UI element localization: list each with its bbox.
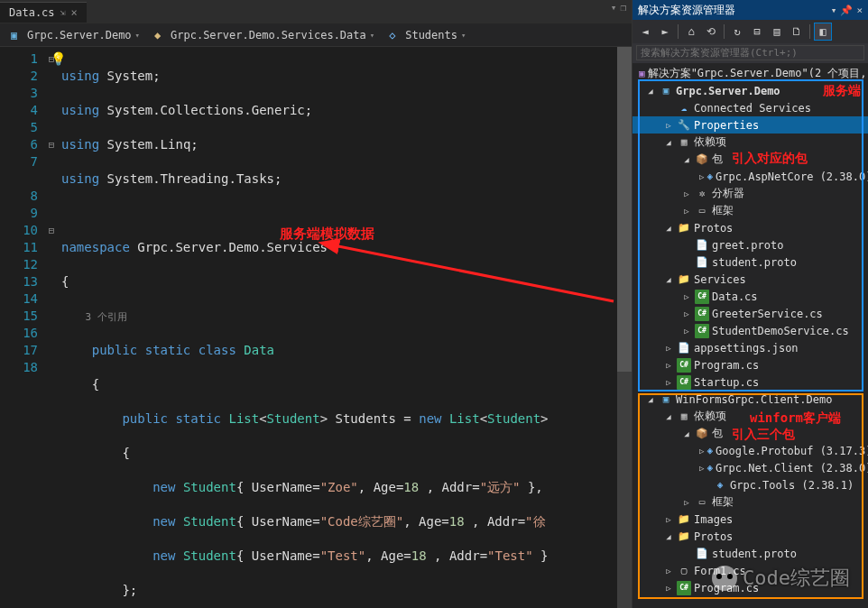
protos-folder-2[interactable]: ◢📁Protos: [633, 528, 868, 545]
annotation-client: winform客户端: [750, 410, 841, 427]
protos-folder[interactable]: ◢📁Protos: [633, 219, 868, 236]
annotation-pkg1: 引入对应的包: [732, 151, 808, 167]
show-all-button[interactable]: ▤: [768, 23, 786, 41]
solution-node[interactable]: ▣解决方案"Grpc.Server.Demo"(2 个项目, 共: [633, 65, 868, 82]
csproj-icon: ▣: [659, 392, 673, 407]
greet-proto-file[interactable]: 📄greet.proto: [633, 236, 868, 253]
cs-icon: C#: [695, 324, 709, 338]
proto-icon: 📄: [695, 547, 709, 561]
search-input[interactable]: [636, 45, 864, 60]
solution-explorer-panel: 解决方案资源管理器 ▾ 📌 × ◄ ► ⌂ ⟲ ↻ ⊟ ▤ 🗋 ◧ ▣解决方案"…: [632, 0, 868, 608]
wechat-icon: [712, 566, 737, 591]
nav-project[interactable]: ▣ Grpc.Server.Demo ▾: [5, 27, 145, 43]
class-icon: ◆: [154, 29, 167, 41]
student-proto-file[interactable]: 📄student.proto: [633, 253, 868, 271]
project-icon: ▣: [11, 29, 23, 41]
images-folder[interactable]: ▷📁Images: [633, 511, 868, 528]
tab-label: Data.cs: [9, 6, 55, 19]
nav-class[interactable]: ◆ Grpc.Server.Demo.Services.Data ▾: [149, 27, 380, 43]
nav-member[interactable]: ◇ Students ▾: [383, 27, 471, 43]
frameworks-node[interactable]: ▷▭框架: [633, 202, 868, 219]
sync-button[interactable]: ⟲: [702, 23, 720, 41]
properties-node[interactable]: ▷🔧Properties: [633, 116, 868, 134]
dropdown-icon[interactable]: ▾: [611, 2, 617, 14]
proto-icon: 📄: [695, 238, 709, 253]
dependencies-icon: ▦: [677, 410, 691, 424]
appsettings-file[interactable]: ▷📄appsettings.json: [633, 339, 868, 356]
analyzers-node[interactable]: ▷✲分析器: [633, 185, 868, 202]
nuget-icon: ◈: [706, 444, 713, 458]
folder-icon: 📁: [677, 530, 691, 544]
annotation-server: 服务端: [823, 83, 861, 99]
framework-icon: ▭: [695, 204, 709, 218]
file-tab-data-cs[interactable]: Data.cs ⇲ ×: [0, 2, 87, 23]
nuget-grpc-net-client[interactable]: ▷◈Grpc.Net.Client (2.38.0): [633, 459, 868, 476]
connected-services-node[interactable]: ☁Connected Services: [633, 99, 868, 116]
tab-bar: Data.cs ⇲ × ▾ ❐: [0, 0, 632, 23]
home-button[interactable]: ⌂: [682, 23, 700, 41]
nav-project-label: Grpc.Server.Demo: [27, 29, 132, 41]
navigation-bar: ▣ Grpc.Server.Demo ▾ ◆ Grpc.Server.Demo.…: [0, 23, 632, 47]
properties-button[interactable]: 🗋: [788, 23, 806, 41]
startup-cs-file[interactable]: ▷C#Startup.cs: [633, 373, 868, 391]
solution-search: [633, 43, 868, 63]
editor-area: Data.cs ⇲ × ▾ ❐ ▣ Grpc.Server.Demo ▾ ◆ G…: [0, 0, 632, 608]
folder-icon: 📁: [677, 221, 691, 235]
dropdown-icon[interactable]: ▾: [831, 5, 837, 16]
nav-class-label: Grpc.Server.Demo.Services.Data: [171, 29, 366, 41]
forward-button[interactable]: ►: [656, 23, 674, 41]
watermark: Code综艺圈: [712, 565, 850, 592]
student-proto-file-2[interactable]: 📄student.proto: [633, 545, 868, 562]
cs-icon: C#: [677, 581, 691, 595]
data-cs-file[interactable]: ▷C#Data.cs: [633, 288, 868, 305]
solution-explorer-title: 解决方案资源管理器 ▾ 📌 ×: [633, 0, 868, 20]
back-button[interactable]: ◄: [636, 23, 654, 41]
nuget-protobuf[interactable]: ▷◈Google.Protobuf (3.17.3): [633, 442, 868, 459]
preview-button[interactable]: ◧: [814, 23, 832, 41]
wrench-icon: 🔧: [677, 118, 691, 133]
cs-icon: C#: [695, 290, 709, 304]
tab-bar-right: ▾ ❐: [611, 2, 626, 14]
package-icon: 📦: [695, 427, 709, 441]
dependencies-node[interactable]: ◢▦依赖项: [633, 134, 868, 151]
solution-tree[interactable]: ▣解决方案"Grpc.Server.Demo"(2 个项目, 共 ◢▣Grpc.…: [633, 63, 868, 608]
close-icon[interactable]: ×: [856, 5, 863, 16]
scrollbar-thumb[interactable]: [617, 47, 632, 372]
folder-icon: 📁: [677, 272, 691, 287]
solution-icon: ▣: [639, 67, 645, 81]
code-editor[interactable]: using System; using System.Collections.G…: [58, 47, 617, 608]
project-node-client[interactable]: ◢▣WinFormsGrpc.Client.Demo: [633, 391, 868, 408]
close-icon[interactable]: ×: [71, 6, 78, 19]
pin-icon[interactable]: 📌: [840, 5, 853, 16]
code-container: 💡 123456789101112131415161718 ⊟⊟⊟ using …: [0, 47, 632, 608]
cs-icon: C#: [695, 307, 709, 321]
panel-title-label: 解决方案资源管理器: [638, 3, 735, 18]
program-cs-file[interactable]: ▷C#Program.cs: [633, 356, 868, 373]
nav-member-label: Students: [405, 29, 457, 41]
dependencies-icon: ▦: [677, 135, 691, 150]
chevron-down-icon: ▾: [135, 31, 140, 40]
field-icon: ◇: [389, 29, 402, 41]
pin-icon[interactable]: ⇲: [60, 7, 66, 17]
chevron-down-icon: ▾: [370, 31, 374, 40]
frameworks-node-2[interactable]: ▷▭框架: [633, 493, 868, 511]
watermark-text: Code综艺圈: [743, 565, 850, 592]
services-folder[interactable]: ◢📁Services: [633, 271, 868, 288]
fold-column: ⊟⊟⊟: [45, 47, 58, 608]
form-icon: ▢: [677, 564, 691, 578]
annotation-server-data: 服务端模拟数据: [280, 226, 374, 243]
nuget-grpc-tools[interactable]: ◈Grpc.Tools (2.38.1): [633, 476, 868, 493]
collapse-button[interactable]: ⊟: [748, 23, 766, 41]
vertical-scrollbar[interactable]: [617, 47, 632, 608]
codelens-references[interactable]: 3 个引用: [61, 311, 127, 323]
chevron-down-icon: ▾: [461, 31, 466, 40]
nuget-grpc-aspnetcore[interactable]: ▷◈Grpc.AspNetCore (2.38.0): [633, 168, 868, 185]
folder-icon: 📁: [677, 512, 691, 527]
greeter-service-file[interactable]: ▷C#GreeterService.cs: [633, 305, 868, 322]
refresh-button[interactable]: ↻: [728, 23, 746, 41]
cs-icon: C#: [677, 358, 691, 373]
framework-icon: ▭: [695, 495, 709, 510]
solution-explorer-toolbar: ◄ ► ⌂ ⟲ ↻ ⊟ ▤ 🗋 ◧: [633, 20, 868, 43]
window-icon[interactable]: ❐: [620, 2, 626, 14]
student-service-file[interactable]: ▷C#StudentDemoService.cs: [633, 322, 868, 339]
